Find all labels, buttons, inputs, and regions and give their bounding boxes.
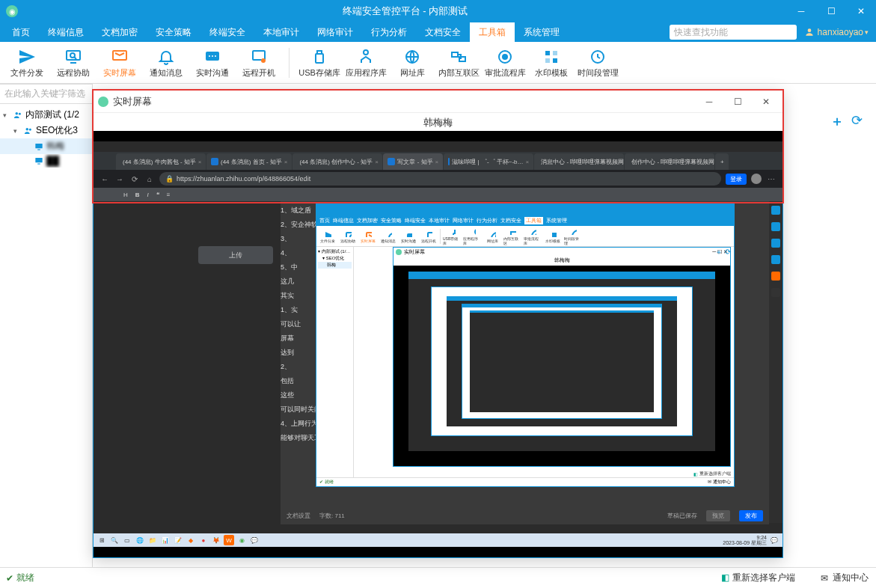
menu-系统管理[interactable]: 系统管理 (515, 22, 569, 42)
tree-client[interactable]: 韩梅 (0, 138, 92, 154)
ribbon-审批流程库[interactable]: 审批流程库 (484, 46, 526, 79)
reload-icon[interactable]: ⟳ (129, 174, 140, 184)
rt-maximize-button[interactable]: ☐ (726, 91, 750, 113)
realtime-screen-window: 实时屏幕 ─ ☐ ✕ 韩梅梅 (44 条消息) 牛肉酱包 - 知乎×(44 条消… (93, 90, 783, 558)
taskbar-clock[interactable]: 9:242023-08-09 星期三 (723, 535, 767, 545)
clock-icon (589, 46, 607, 67)
menu-首页[interactable]: 首页 (3, 22, 39, 42)
ribbon-内部互联区[interactable]: 内部互联区 (438, 46, 480, 79)
search-icon[interactable]: 🔍 (109, 535, 120, 545)
new-tab-button[interactable]: + (715, 153, 729, 170)
svg-point-47 (536, 234, 536, 235)
app-icon[interactable]: 📊 (160, 535, 171, 545)
rail-icon[interactable] (771, 239, 780, 248)
ribbon-通知消息[interactable]: 通知消息 (145, 46, 187, 79)
browser-tab[interactable]: 滋味哔哩 | ゜-゜ 干杯~-b…× (444, 153, 533, 170)
remote-taskbar: ⊞ 🔍 ▭ 🌐 📁 📊 📝 ◆ ● 🦊 W ◉ 💬 9:242023-08-09… (94, 533, 782, 547)
minimize-button[interactable]: ─ (786, 0, 816, 22)
menu-文档安全[interactable]: 文档安全 (416, 22, 470, 42)
ribbon-时间段管理[interactable]: 时间段管理 (577, 46, 619, 79)
start-icon[interactable]: ⊞ (97, 535, 107, 545)
svg-point-42 (475, 230, 476, 234)
app-icon[interactable]: ◉ (236, 535, 247, 545)
menu-工具箱[interactable]: 工具箱 (470, 22, 515, 42)
favicon-icon (448, 158, 450, 165)
menu-行为分析[interactable]: 行为分析 (362, 22, 416, 42)
ribbon-USB存储库[interactable]: USB存储库 (298, 46, 340, 79)
browser-tab[interactable]: 消息中心 - 哔哩哔哩弹幕视频网× (534, 153, 624, 170)
rail-icon[interactable] (771, 255, 780, 264)
rt-minimize-button[interactable]: ─ (697, 91, 721, 113)
tab-close-icon[interactable]: × (284, 159, 288, 165)
favicon-icon (388, 158, 395, 165)
address-bar[interactable]: 🔒 https://zhuanlan.zhihu.com/p/648866054… (159, 172, 721, 186)
tree-group[interactable]: ▾SEO优化3 (0, 123, 92, 138)
ribbon-水印模板[interactable]: 水印模板 (530, 46, 572, 79)
tab-close-icon[interactable]: × (198, 159, 202, 165)
nested-reselect[interactable]: ◧重新选择客户端 (693, 471, 731, 477)
browser-tab-strip: (44 条消息) 牛肉酱包 - 知乎×(44 条消息) 首页 - 知乎×(44 … (94, 152, 782, 170)
add-button[interactable]: ＋ (830, 112, 844, 130)
tab-close-icon[interactable]: × (435, 159, 439, 165)
ribbon-网址库[interactable]: 网址库 (391, 46, 433, 79)
ribbon-实时沟通[interactable]: 实时沟通 (192, 46, 233, 79)
menu-安全策略[interactable]: 安全策略 (147, 22, 200, 42)
nested-app-window: 首页终端信息文档加密安全策略终端安全本地审计网络审计行为分析文档安全工具箱系统管… (316, 203, 735, 487)
browser-tab[interactable]: 创作中心 - 哔哩哔哩弹幕视频网× (625, 153, 714, 170)
home-icon[interactable]: ⌂ (144, 174, 155, 184)
back-icon[interactable]: ← (99, 174, 110, 184)
app-icon[interactable]: W (224, 535, 234, 545)
rail-icon[interactable] (771, 222, 780, 231)
forward-icon[interactable]: → (114, 174, 125, 184)
menu-本地审计[interactable]: 本地审计 (254, 22, 308, 42)
refresh-button[interactable]: ⟳ (851, 112, 863, 130)
close-button[interactable]: ✕ (846, 0, 876, 22)
tree-group[interactable]: ▾内部测试 (1/2 (0, 107, 92, 123)
avatar-icon[interactable] (751, 174, 762, 184)
remote-screen-viewport[interactable]: (44 条消息) 牛肉酱包 - 知乎×(44 条消息) 首页 - 知乎×(44 … (94, 131, 782, 557)
notice-center-link[interactable]: 通知中心 (833, 572, 869, 584)
reselect-client-bar[interactable]: ◧重新选择客户端 (721, 569, 795, 586)
tree-filter-input[interactable]: 在此输入关键字筛选 (0, 85, 92, 104)
edge-icon[interactable]: 🌐 (135, 535, 145, 545)
login-button[interactable]: 登录 (726, 174, 747, 185)
browser-tab[interactable]: (44 条消息) 牛肉酱包 - 知乎× (116, 153, 206, 170)
ribbon-应用程序库[interactable]: 应用程序库 (345, 46, 387, 79)
tree-client[interactable]: ██ (0, 154, 92, 168)
app-icon[interactable]: ◆ (186, 535, 196, 545)
svg-point-9 (261, 58, 266, 63)
user-menu[interactable]: hanxiaoyao▾ (804, 27, 869, 37)
rail-icon[interactable] (771, 272, 780, 281)
rail-icon[interactable] (771, 206, 780, 215)
tab-close-icon[interactable]: × (526, 159, 530, 165)
browser-tab[interactable]: (44 条消息) 首页 - 知乎× (206, 153, 292, 170)
publish-button[interactable]: 发布 (739, 510, 763, 521)
firefox-icon[interactable]: 🦊 (211, 535, 221, 545)
browser-tab[interactable]: (44 条消息) 创作中心 - 知乎× (292, 153, 382, 170)
app-icon[interactable]: 💬 (249, 535, 260, 545)
browser-tab[interactable]: 写文章 - 知乎× (383, 153, 443, 170)
taskview-icon[interactable]: ▭ (122, 535, 132, 545)
ribbon-远程开机[interactable]: 远程开机 (238, 46, 280, 79)
maximize-button[interactable]: ☐ (816, 0, 846, 22)
rt-close-button[interactable]: ✕ (754, 91, 778, 113)
doc-settings-link[interactable]: 文档设置 (287, 512, 310, 520)
search-input[interactable]: 快速查找功能 (670, 25, 797, 40)
menu-终端安全[interactable]: 终端安全 (200, 22, 254, 42)
menu-icon[interactable]: ⋯ (766, 174, 777, 184)
ribbon-实时屏幕[interactable]: 实时屏幕 (99, 46, 141, 79)
tab-close-icon[interactable]: × (375, 159, 379, 165)
app-icon[interactable]: ● (198, 535, 209, 545)
rail-icon[interactable] (771, 288, 780, 297)
menu-网络审计[interactable]: 网络审计 (308, 22, 362, 42)
upload-button[interactable]: 上传 (198, 246, 273, 264)
ribbon-远程协助[interactable]: 远程协助 (52, 46, 94, 79)
nested-titlebar (316, 203, 734, 215)
explorer-icon[interactable]: 📁 (147, 535, 158, 545)
preview-button[interactable]: 预览 (706, 510, 730, 521)
notification-icon[interactable]: 💬 (769, 535, 779, 545)
ribbon-文件分发[interactable]: 文件分发 (6, 46, 48, 79)
menu-终端信息[interactable]: 终端信息 (39, 22, 93, 42)
menu-文档加密[interactable]: 文档加密 (93, 22, 147, 42)
app-icon[interactable]: 📝 (173, 535, 183, 545)
